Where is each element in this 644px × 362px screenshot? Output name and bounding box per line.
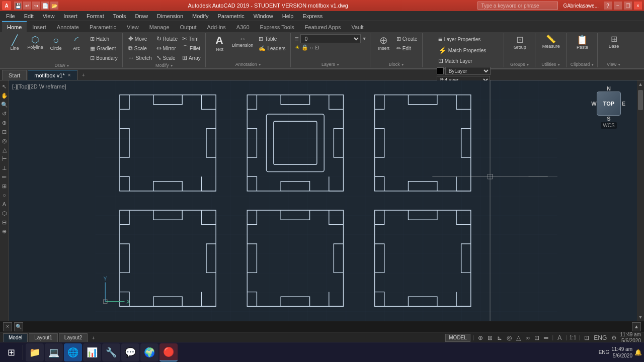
color-dropdown[interactable]: ByLayer (445, 67, 491, 75)
nav-cube[interactable]: N W TOP E S WCS (589, 85, 629, 136)
drawing-canvas[interactable]: X Y (9, 80, 644, 321)
anno2-button[interactable]: ✍Leaders (257, 44, 287, 53)
menu-draw[interactable]: Draw (131, 12, 152, 20)
tool14[interactable]: A (1, 200, 9, 208)
dimension-button[interactable]: ↔ Dimension (230, 34, 255, 49)
line-button[interactable]: ╱ Line (5, 34, 24, 52)
tab-addins[interactable]: Add-ins (202, 21, 231, 32)
trim-button[interactable]: ✂Trim (181, 34, 202, 43)
scroll-down-btn[interactable]: ▼ (637, 313, 644, 321)
groups-group-label[interactable]: Groups ▼ (508, 61, 532, 67)
polar-toggle[interactable]: ◎ (505, 334, 513, 341)
layer-dropdown-arrow[interactable]: ▼ (362, 36, 367, 41)
layer-state-icon4[interactable]: ⊡ (314, 44, 319, 51)
cmd-close-btn[interactable]: × (3, 322, 12, 331)
layer-state-icon3[interactable]: ○ (310, 45, 313, 51)
layer-state-icon1[interactable]: ☀ (295, 44, 300, 51)
base-button[interactable]: ⊞ Base (604, 34, 623, 50)
zoom-tool[interactable]: 🔍 (1, 101, 9, 109)
match-layer-button[interactable]: ⊡ Match Layer (437, 56, 474, 65)
circle-button[interactable]: ○ Circle (46, 34, 65, 52)
rotate-button[interactable]: ↻Rotate (155, 34, 179, 43)
polyline-button[interactable]: ⬡ Polyline (26, 34, 45, 51)
minimize-btn[interactable]: − (614, 2, 622, 10)
add-layout-btn[interactable]: + (89, 333, 98, 342)
model-tab[interactable]: motifbox v1* × (28, 70, 77, 80)
cmd-expand-btn[interactable]: ▲ (632, 322, 641, 331)
clipboard-group-label[interactable]: Clipboard ▼ (571, 61, 594, 67)
taskbar-settings[interactable]: 💻 (45, 343, 63, 361)
taskbar-browser2[interactable]: 🌍 (140, 343, 158, 361)
scale-button[interactable]: ⤡Scale (155, 53, 179, 62)
new-btn[interactable]: 📄 (41, 2, 49, 10)
help-btn[interactable]: ? (604, 2, 612, 10)
tool7[interactable]: ◎ (1, 137, 9, 145)
tab-manage[interactable]: Manage (144, 21, 175, 32)
color-box[interactable] (437, 67, 444, 74)
close-btn[interactable]: × (634, 2, 642, 10)
model-tab-close[interactable]: × (68, 72, 71, 78)
draw-group-label[interactable]: Draw ▼ (5, 62, 119, 68)
scroll-thumb[interactable] (638, 90, 643, 110)
snap-toggle[interactable]: ⊕ (476, 334, 485, 341)
view-group-label[interactable]: View ▼ (602, 61, 626, 67)
pan-tool[interactable]: ✋ (1, 92, 9, 100)
mirror-button[interactable]: ⇔Mirror (155, 44, 179, 53)
vertical-scrollbar[interactable]: ▲ ▼ (637, 80, 644, 321)
viewport[interactable]: [-][Top][2D Wireframe] (9, 80, 644, 321)
start-button[interactable]: ⊞ (2, 343, 20, 361)
tab-vault[interactable]: Vault (346, 21, 368, 32)
taskbar-app5[interactable]: 🔧 (102, 343, 120, 361)
stretch-button[interactable]: ↔Stretch (127, 53, 153, 62)
model-layout-tab[interactable]: Model (3, 333, 28, 342)
tab-home[interactable]: Home (2, 21, 27, 32)
menu-window[interactable]: Window (250, 12, 277, 20)
select-tool[interactable]: ↖ (1, 82, 9, 90)
menu-parametric[interactable]: Parametric (213, 12, 248, 20)
measure-button[interactable]: 📏 Measure (541, 34, 561, 50)
scroll-up-btn[interactable]: ▲ (637, 80, 644, 88)
utilities-group-label[interactable]: Utilities ▼ (539, 61, 563, 67)
menu-dimension[interactable]: Dimension (153, 12, 187, 20)
tool13[interactable]: ○ (1, 191, 9, 199)
annotation-group-label[interactable]: Annotation ▼ (210, 61, 287, 67)
tool16[interactable]: ⊟ (1, 218, 9, 226)
match-properties-button[interactable]: ⚡ Match Properties (437, 45, 488, 55)
tab-insert[interactable]: Insert (27, 21, 51, 32)
open-btn[interactable]: 📂 (50, 2, 58, 10)
tab-output[interactable]: Output (175, 21, 202, 32)
quick-save-btn[interactable]: 💾 (14, 2, 22, 10)
menu-format[interactable]: Format (83, 12, 108, 20)
tool12[interactable]: ⊞ (1, 182, 9, 190)
menu-insert[interactable]: Insert (59, 12, 82, 20)
redo-btn[interactable]: ↪ (32, 2, 40, 10)
tab-featured[interactable]: Featured Apps (300, 21, 346, 32)
text-button[interactable]: A Text (210, 34, 229, 53)
menu-tools[interactable]: Tools (109, 12, 130, 20)
taskbar-notif[interactable]: 🔔 (634, 349, 642, 356)
settings-icon[interactable]: ⚙ (610, 334, 618, 341)
menu-modify[interactable]: Modify (188, 12, 212, 20)
osnap-toggle[interactable]: △ (515, 334, 522, 341)
menu-view[interactable]: View (39, 12, 59, 20)
tab-a360[interactable]: A360 (231, 21, 255, 32)
menu-file[interactable]: File (2, 12, 19, 20)
cube-top-face[interactable]: TOP (597, 92, 621, 116)
iso-toggle[interactable]: ⊡ (583, 334, 591, 341)
fillet-button[interactable]: ⌒Fillet (181, 44, 202, 53)
tab-annotate[interactable]: Annotate (52, 21, 84, 32)
array-button[interactable]: ⊞Array (181, 53, 202, 62)
layout1-tab[interactable]: Layout1 (29, 333, 58, 342)
edit-block-button[interactable]: ✏Edit (395, 44, 419, 53)
block-group-label[interactable]: Block ▼ (374, 61, 419, 67)
layer-properties-button[interactable]: ≡ Layer Properties (437, 34, 482, 44)
insert-button[interactable]: ⊕ Insert (374, 34, 393, 52)
tool5[interactable]: ⊕ (1, 119, 9, 127)
hatch-button[interactable]: ⊞Hatch (89, 34, 119, 43)
menu-edit[interactable]: Edit (20, 12, 38, 20)
workspace-btn[interactable]: ENG (592, 334, 608, 341)
dynin-toggle[interactable]: ⊡ (533, 334, 541, 341)
undo-btn[interactable]: ↩ (23, 2, 31, 10)
taskbar-app4[interactable]: 📊 (83, 343, 101, 361)
taskbar-browser[interactable]: 🌐 (64, 343, 82, 361)
